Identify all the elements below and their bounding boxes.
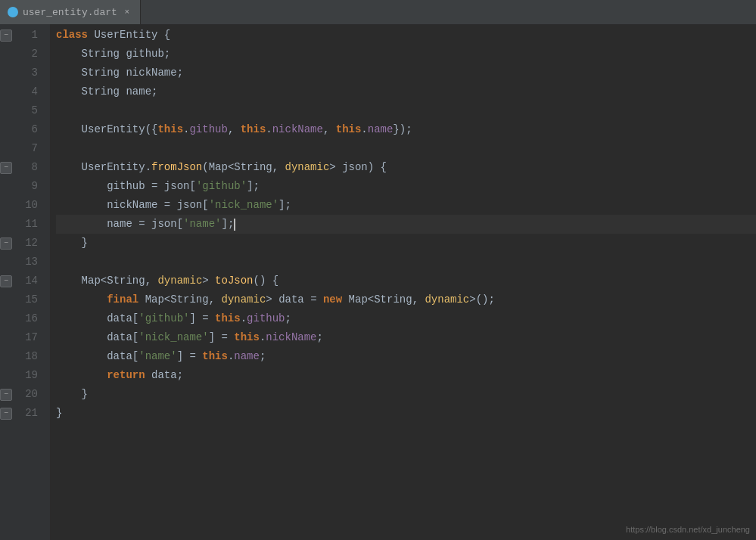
code-area: − − − − − − 1 2 3 <box>0 24 756 540</box>
line-num-5: 5 <box>14 101 44 120</box>
code-line-20: } <box>56 385 756 404</box>
code-line-1: class UserEntity { <box>56 26 756 45</box>
line-num-14: 14 <box>14 272 44 290</box>
watermark: https://blog.csdn.net/xd_juncheng <box>626 525 750 534</box>
code-line-18: data['name'] = this.name; <box>56 347 756 366</box>
line-num-12: 12 <box>14 234 44 253</box>
fold-icon-1[interactable]: − <box>0 29 12 42</box>
gutter-line-14: − <box>0 272 14 290</box>
code-line-21: } <box>56 404 756 423</box>
line-num-15: 15 <box>14 290 44 309</box>
code-line-8: UserEntity.fromJson(Map<String, dynamic>… <box>56 158 756 177</box>
tab-close-button[interactable]: × <box>122 7 132 17</box>
gutter-line-17 <box>0 328 14 347</box>
fold-icon-8[interactable]: − <box>0 162 12 174</box>
line-num-19: 19 <box>14 366 44 385</box>
tab-bar: user_entity.dart × <box>0 0 756 24</box>
code-line-7 <box>56 139 756 158</box>
gutter-line-18 <box>0 347 14 366</box>
line-num-7: 7 <box>14 139 44 158</box>
line-num-21: 21 <box>14 404 44 423</box>
line-num-16: 16 <box>14 309 44 328</box>
tab-label: user_entity.dart <box>23 7 117 18</box>
code-line-4: String name; <box>56 82 756 101</box>
gutter-line-8: − <box>0 158 14 177</box>
gutter-line-9 <box>0 177 14 196</box>
line-num-20: 20 <box>14 385 44 404</box>
code-line-13 <box>56 253 756 272</box>
code-line-5 <box>56 101 756 120</box>
code-line-2: String github; <box>56 45 756 64</box>
gutter-line-6 <box>0 120 14 139</box>
line-num-3: 3 <box>14 64 44 82</box>
code-line-17: data['nick_name'] = this.nickName; <box>56 328 756 347</box>
gutter-line-5 <box>0 101 14 120</box>
gutter-line-4 <box>0 82 14 101</box>
fold-icon-12[interactable]: − <box>0 237 12 250</box>
line-num-18: 18 <box>14 347 44 366</box>
code-line-19: return data; <box>56 366 756 385</box>
code-line-16: data['github'] = this.github; <box>56 309 756 328</box>
line-num-10: 10 <box>14 196 44 215</box>
code-line-6: UserEntity({this.github, this.nickName, … <box>56 120 756 139</box>
gutter-line-3 <box>0 64 14 82</box>
gutter: − − − − − − <box>0 24 14 540</box>
gutter-line-2 <box>0 45 14 64</box>
gutter-line-16 <box>0 309 14 328</box>
line-num-4: 4 <box>14 82 44 101</box>
line-num-8: 8 <box>14 158 44 177</box>
code-line-11: name = json['name']; <box>56 215 756 234</box>
gutter-line-19 <box>0 366 14 385</box>
fold-icon-14[interactable]: − <box>0 275 12 287</box>
gutter-line-7 <box>0 139 14 158</box>
gutter-line-13 <box>0 253 14 272</box>
line-num-1: 1 <box>14 26 44 45</box>
code-line-10: nickName = json['nick_name']; <box>56 196 756 215</box>
line-num-17: 17 <box>14 328 44 347</box>
line-num-11: 11 <box>14 215 44 234</box>
fold-icon-21[interactable]: − <box>0 408 12 420</box>
fold-icon-20[interactable]: − <box>0 389 12 401</box>
line-num-13: 13 <box>14 253 44 272</box>
gutter-line-10 <box>0 196 14 215</box>
code-content[interactable]: class UserEntity { String github; String… <box>50 24 756 540</box>
code-line-14: Map<String, dynamic> toJson() { <box>56 272 756 290</box>
gutter-line-1: − <box>0 26 14 45</box>
line-num-6: 6 <box>14 120 44 139</box>
file-tab[interactable]: user_entity.dart × <box>0 0 141 24</box>
code-line-3: String nickName; <box>56 64 756 82</box>
code-line-12: } <box>56 234 756 253</box>
line-numbers: 1 2 3 4 5 6 7 8 9 10 11 12 13 14 15 16 1… <box>14 24 50 540</box>
gutter-line-12: − <box>0 234 14 253</box>
gutter-line-21: − <box>0 404 14 423</box>
gutter-line-15 <box>0 290 14 309</box>
dart-icon <box>8 7 18 17</box>
gutter-line-11 <box>0 215 14 234</box>
gutter-line-20: − <box>0 385 14 404</box>
code-line-9: github = json['github']; <box>56 177 756 196</box>
code-line-15: final Map<String, dynamic> data = new Ma… <box>56 290 756 309</box>
line-num-9: 9 <box>14 177 44 196</box>
line-num-2: 2 <box>14 45 44 64</box>
